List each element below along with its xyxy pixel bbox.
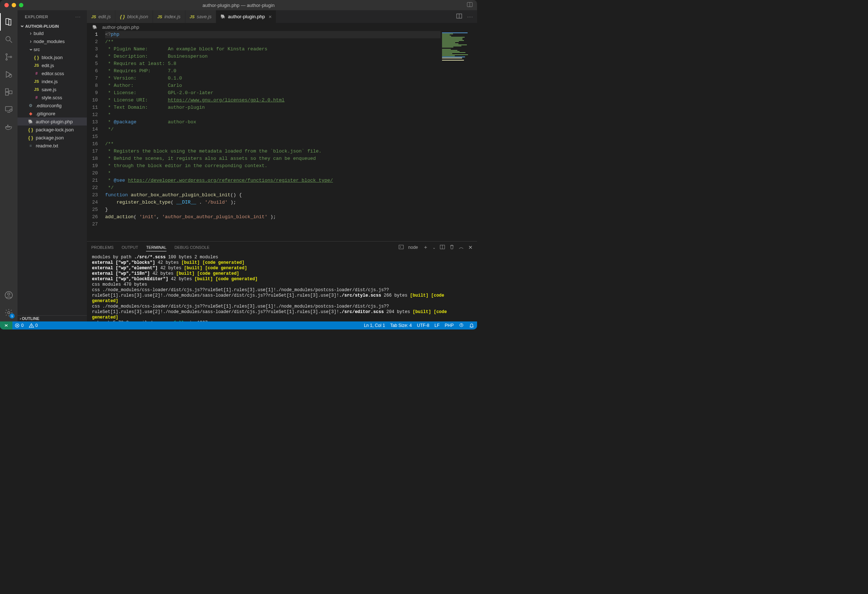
- code-area[interactable]: <?php/** * Plugin Name: An example block…: [105, 31, 477, 241]
- cursor-position[interactable]: Ln 1, Col 1: [364, 323, 385, 328]
- tree-label: readme.txt: [36, 143, 87, 149]
- svg-point-18: [8, 293, 10, 295]
- search-icon[interactable]: [0, 31, 18, 48]
- terminal-dropdown-icon[interactable]: ⌄: [433, 246, 435, 249]
- settings-badge: 1: [9, 313, 15, 318]
- kill-terminal-icon[interactable]: [449, 245, 455, 251]
- svg-line-3: [10, 40, 12, 43]
- errors-status[interactable]: 0: [15, 323, 24, 328]
- tab-save-js[interactable]: JSsave.js: [185, 10, 217, 23]
- folder-build[interactable]: build: [18, 29, 87, 37]
- tab-author-plugin-php[interactable]: 🐘author-plugin.php×: [216, 10, 276, 23]
- terminal-output[interactable]: modules by path ./src/*.scss 100 bytes 2…: [87, 253, 477, 321]
- tree-label: edit.js: [41, 63, 87, 68]
- close-panel-icon[interactable]: ✕: [468, 245, 473, 250]
- more-icon[interactable]: ···: [75, 15, 81, 19]
- file-editor-scss[interactable]: #editor.scss: [18, 69, 87, 77]
- tab-actions: ···: [453, 10, 477, 23]
- svg-point-6: [10, 56, 12, 57]
- accounts-icon[interactable]: [0, 286, 18, 304]
- file-package-lock-json[interactable]: { }package-lock.json: [18, 125, 87, 134]
- chevron-right-icon: [20, 316, 21, 321]
- terminal-name[interactable]: node: [408, 245, 418, 250]
- close-window-button[interactable]: [4, 3, 9, 7]
- tab-edit-js[interactable]: JSedit.js: [87, 10, 115, 23]
- extensions-icon[interactable]: [0, 83, 18, 101]
- source-control-icon[interactable]: [0, 48, 18, 66]
- output-tab[interactable]: OUTPUT: [121, 244, 138, 251]
- breadcrumb[interactable]: 🐘 author-plugin.php: [87, 23, 477, 31]
- tree-label: editor.scss: [41, 71, 87, 76]
- tab-index-js[interactable]: JSindex.js: [153, 10, 185, 23]
- file-block-json[interactable]: { }block.json: [18, 53, 87, 61]
- eol[interactable]: LF: [434, 323, 440, 328]
- breadcrumb-label: author-plugin.php: [102, 24, 139, 30]
- layout-icon[interactable]: [467, 2, 473, 9]
- tree-label: author-plugin.php: [36, 119, 87, 124]
- tab-size[interactable]: Tab Size: 4: [390, 323, 412, 328]
- terminal-profile-icon[interactable]: [399, 245, 404, 251]
- panel-actions: node ＋ ⌄ ︿ ✕: [399, 244, 473, 251]
- file--editorconfig[interactable]: ⚙.editorconfig: [18, 102, 87, 109]
- split-editor-icon[interactable]: [456, 13, 462, 20]
- file-tree: buildnode_modulessrc{ }block.jsonJSedit.…: [18, 29, 87, 150]
- minimap[interactable]: [441, 31, 477, 241]
- debug-console-tab[interactable]: DEBUG CONSOLE: [174, 244, 210, 251]
- file-package-json[interactable]: { }package.json: [18, 134, 87, 141]
- notifications-icon[interactable]: [469, 323, 474, 328]
- explorer-icon[interactable]: [0, 13, 18, 31]
- file-readme-txt[interactable]: ≡readme.txt: [18, 141, 87, 150]
- file-author-plugin-php[interactable]: 🐘author-plugin.php: [18, 118, 87, 125]
- settings-gear-icon[interactable]: 1: [0, 304, 18, 321]
- chevron-icon: [28, 30, 34, 36]
- folder-node-modules[interactable]: node_modules: [18, 37, 87, 45]
- editor-body[interactable]: 1234567891011121314151617181920212223242…: [87, 31, 477, 241]
- status-bar: 0 0 Ln 1, Col 1 Tab Size: 4 UTF-8 LF PHP: [0, 321, 477, 329]
- encoding[interactable]: UTF-8: [417, 323, 429, 328]
- file-save-js[interactable]: JSsave.js: [18, 85, 87, 93]
- file-edit-js[interactable]: JSedit.js: [18, 61, 87, 69]
- remote-explorer-icon[interactable]: [0, 101, 18, 118]
- minimize-window-button[interactable]: [12, 3, 16, 7]
- split-terminal-icon[interactable]: [440, 245, 445, 251]
- svg-point-2: [6, 37, 10, 41]
- chevron-icon: [28, 46, 34, 52]
- warnings-status[interactable]: 0: [29, 323, 38, 328]
- docker-icon[interactable]: [0, 118, 18, 136]
- maximize-panel-icon[interactable]: ︿: [459, 244, 464, 251]
- warning-count: 0: [35, 323, 38, 328]
- tree-label: node_modules: [34, 39, 87, 44]
- feedback-icon[interactable]: [459, 323, 464, 328]
- svg-rect-22: [399, 245, 403, 249]
- file--gitignore[interactable]: ◆.gitignore: [18, 109, 87, 118]
- file-index-js[interactable]: JSindex.js: [18, 77, 87, 85]
- folder-src[interactable]: src: [18, 45, 87, 53]
- problems-tab[interactable]: PROBLEMS: [91, 244, 114, 251]
- remote-button[interactable]: [0, 321, 12, 329]
- project-name: AUTHOR-PLUGIN: [25, 24, 59, 28]
- tree-label: build: [34, 31, 87, 36]
- svg-rect-9: [6, 92, 8, 95]
- activity-bar: 1: [0, 10, 18, 321]
- traffic-lights: [4, 3, 24, 7]
- maximize-window-button[interactable]: [19, 3, 24, 7]
- php-icon: 🐘: [92, 25, 98, 29]
- svg-rect-16: [7, 125, 8, 126]
- tree-label: block.json: [41, 55, 87, 60]
- tree-label: package-lock.json: [36, 127, 87, 133]
- tab-block-json[interactable]: { }block.json: [115, 10, 153, 23]
- tab-label: block.json: [127, 14, 148, 19]
- more-actions-icon[interactable]: ···: [467, 14, 474, 19]
- run-debug-icon[interactable]: [0, 66, 18, 83]
- file-style-scss[interactable]: #style.scss: [18, 93, 87, 102]
- tab-label: edit.js: [98, 14, 111, 19]
- close-tab-icon[interactable]: ×: [269, 13, 272, 20]
- language-mode[interactable]: PHP: [444, 323, 454, 328]
- outline-section-header[interactable]: OUTLINE: [18, 315, 87, 321]
- project-section-header[interactable]: AUTHOR-PLUGIN: [18, 23, 87, 29]
- explorer-heading: EXPLORER: [25, 15, 48, 19]
- terminal-tab[interactable]: TERMINAL: [146, 244, 167, 251]
- new-terminal-icon[interactable]: ＋: [423, 244, 428, 251]
- svg-point-4: [6, 54, 7, 55]
- tab-label: save.js: [197, 14, 211, 19]
